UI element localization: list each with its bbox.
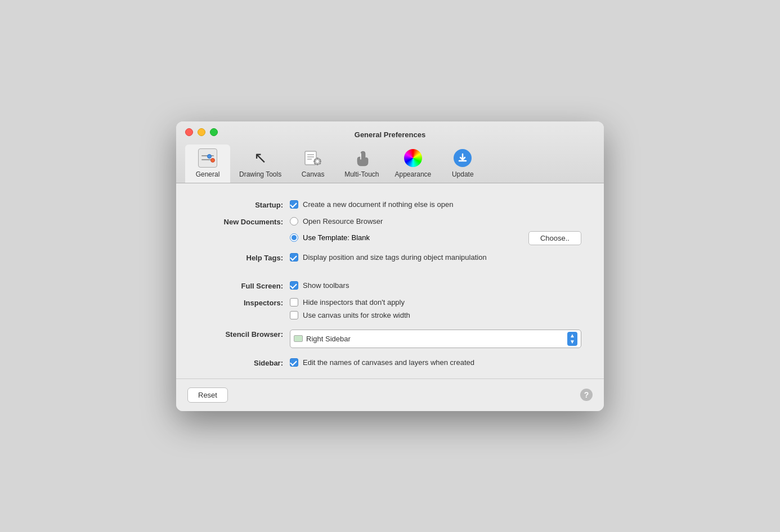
- stencil-browser-row: Stencil Browser: Right Sidebar ▲ ▼: [199, 330, 581, 348]
- canvas-units-label: Use canvas units for stroke width: [303, 311, 410, 319]
- color-wheel-icon: [403, 148, 423, 168]
- new-documents-controls: Open Resource Browser Use Template: Blan…: [290, 217, 581, 245]
- download-icon: [452, 148, 473, 168]
- tab-appearance-label: Appearance: [395, 170, 432, 178]
- full-screen-checkbox-row: Show toolbars: [290, 281, 581, 290]
- tab-general-label: General: [196, 170, 220, 178]
- hide-inspectors-row: Hide inspectors that don't apply: [290, 298, 581, 306]
- use-template-label: Use Template: Blank: [303, 233, 370, 242]
- tab-canvas-label: Canvas: [302, 170, 325, 178]
- footer: Reset ?: [176, 378, 604, 411]
- sidebar-controls: Edit the names of canvases and layers wh…: [290, 358, 581, 367]
- tab-update-label: Update: [452, 170, 474, 178]
- full-screen-checkbox-label: Show toolbars: [303, 281, 349, 290]
- help-tags-row: Help Tags: Display position and size tag…: [199, 253, 581, 262]
- preferences-window: General Preferences General ↖ Drawing To…: [176, 121, 604, 411]
- stencil-browser-controls: Right Sidebar ▲ ▼: [290, 330, 581, 348]
- svg-point-5: [316, 160, 319, 163]
- stencil-browser-label: Stencil Browser:: [199, 330, 283, 339]
- sidebar-label: Sidebar:: [199, 358, 283, 367]
- inspectors-row: Inspectors: Hide inspectors that don't a…: [199, 298, 581, 319]
- open-resource-browser-label: Open Resource Browser: [303, 217, 383, 226]
- inspectors-label: Inspectors:: [199, 298, 283, 307]
- full-screen-controls: Show toolbars: [290, 281, 581, 290]
- help-tags-checkbox-label: Display position and size tags during ob…: [303, 253, 487, 262]
- svg-rect-7: [317, 164, 318, 165]
- choose-button[interactable]: Choose..: [528, 231, 581, 245]
- hide-inspectors-label: Hide inspectors that don't apply: [303, 298, 405, 306]
- help-tags-checkbox-row: Display position and size tags during ob…: [290, 253, 581, 262]
- tab-update[interactable]: Update: [440, 145, 485, 183]
- tab-appearance[interactable]: Appearance: [388, 145, 438, 183]
- reset-button[interactable]: Reset: [187, 387, 228, 403]
- titlebar: General Preferences General ↖ Drawing To…: [176, 121, 604, 183]
- tab-drawing-tools-label: Drawing Tools: [239, 170, 281, 178]
- touch-icon: [352, 148, 372, 168]
- stencil-icon: [294, 335, 303, 342]
- help-tags-controls: Display position and size tags during ob…: [290, 253, 581, 262]
- sidebar-checkbox[interactable]: [290, 358, 298, 367]
- tab-general[interactable]: General: [185, 145, 230, 183]
- window-title: General Preferences: [185, 130, 595, 139]
- arrow-icon: ↖: [250, 148, 271, 168]
- select-arrows-icon: ▲ ▼: [567, 332, 577, 346]
- tab-canvas[interactable]: Canvas: [290, 145, 335, 183]
- full-screen-checkbox[interactable]: [290, 281, 298, 290]
- full-screen-row: Full Screen: Show toolbars: [199, 281, 581, 290]
- new-documents-row: New Documents: Open Resource Browser Use…: [199, 217, 581, 245]
- sidebar-row: Sidebar: Edit the names of canvases and …: [199, 358, 581, 367]
- startup-controls: Create a new document if nothing else is…: [290, 200, 581, 209]
- full-screen-label: Full Screen:: [199, 281, 283, 290]
- tab-multi-touch-label: Multi-Touch: [344, 170, 379, 178]
- divider-1: [199, 262, 581, 273]
- sidebar-checkbox-label: Edit the names of canvases and layers wh…: [303, 358, 474, 367]
- startup-checkbox-label: Create a new document if nothing else is…: [303, 200, 453, 209]
- help-tags-label: Help Tags:: [199, 253, 283, 262]
- hide-inspectors-checkbox[interactable]: [290, 298, 298, 306]
- toolbar: General ↖ Drawing Tools: [185, 145, 595, 183]
- tab-multi-touch[interactable]: Multi-Touch: [338, 145, 385, 183]
- new-documents-label: New Documents:: [199, 217, 283, 226]
- gear-icon: [303, 148, 323, 168]
- startup-label: Startup:: [199, 200, 283, 209]
- use-template-row: Use Template: Blank Choose..: [290, 230, 581, 245]
- stencil-browser-value: Right Sidebar: [306, 335, 567, 343]
- tab-drawing-tools[interactable]: ↖ Drawing Tools: [232, 145, 288, 183]
- inspectors-controls: Hide inspectors that don't apply Use can…: [290, 298, 581, 319]
- sliders-icon: [198, 148, 218, 168]
- startup-row: Startup: Create a new document if nothin…: [199, 200, 581, 209]
- preferences-content: Startup: Create a new document if nothin…: [176, 183, 604, 378]
- canvas-units-checkbox[interactable]: [290, 311, 298, 319]
- help-button[interactable]: ?: [580, 389, 593, 401]
- open-resource-browser-radio[interactable]: [290, 217, 298, 226]
- use-template-radio[interactable]: [290, 233, 298, 242]
- svg-rect-8: [313, 161, 315, 162]
- startup-checkbox[interactable]: [290, 200, 298, 209]
- open-resource-browser-row: Open Resource Browser: [290, 217, 581, 226]
- stencil-browser-select[interactable]: Right Sidebar ▲ ▼: [290, 330, 581, 348]
- svg-rect-9: [320, 161, 321, 162]
- svg-rect-6: [317, 157, 318, 159]
- sidebar-checkbox-row: Edit the names of canvases and layers wh…: [290, 358, 581, 367]
- startup-checkbox-row: Create a new document if nothing else is…: [290, 200, 581, 209]
- help-tags-checkbox[interactable]: [290, 253, 298, 262]
- canvas-units-row: Use canvas units for stroke width: [290, 311, 581, 319]
